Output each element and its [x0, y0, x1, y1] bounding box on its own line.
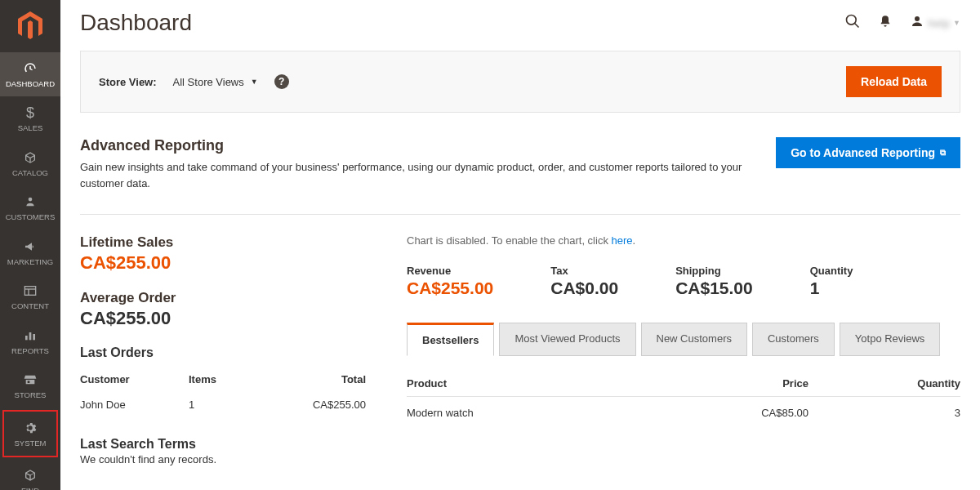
help-icon[interactable]: ? — [274, 74, 289, 89]
lifetime-sales-value: CA$255.00 — [80, 252, 366, 274]
svg-rect-5 — [29, 332, 32, 340]
tab-customers[interactable]: Customers — [752, 323, 835, 356]
sidebar-item-label: FIND PARTNERS & EXTENSIONS — [2, 487, 59, 490]
sidebar: DASHBOARD $ SALES CATALOG CUSTOMERS MARK… — [0, 0, 60, 490]
last-orders-table: Customer Items Total John Doe 1 CA$255.0… — [80, 368, 366, 419]
sidebar-item-label: SALES — [18, 124, 43, 132]
cube-icon — [24, 149, 37, 166]
lifetime-sales-label: Lifetime Sales — [80, 234, 366, 251]
store-view-select[interactable]: All Store Views ▼ — [173, 76, 258, 88]
col-quantity: Quantity — [808, 371, 960, 397]
svg-rect-4 — [25, 336, 28, 340]
svg-line-8 — [855, 23, 859, 27]
external-link-icon: ⧉ — [940, 148, 946, 158]
user-name: help — [928, 17, 950, 29]
col-total: Total — [249, 368, 366, 390]
chart-disabled-note: Chart is disabled. To enable the chart, … — [407, 234, 960, 247]
bars-icon — [24, 327, 37, 344]
user-menu[interactable]: help ▼ — [910, 14, 960, 33]
reload-data-button[interactable]: Reload Data — [846, 66, 942, 97]
svg-point-0 — [29, 198, 33, 202]
svg-point-9 — [915, 16, 920, 21]
sidebar-item-label: REPORTS — [11, 347, 49, 355]
sidebar-item-label: SYSTEM — [14, 439, 46, 448]
shipping-value: CA$15.00 — [675, 278, 753, 298]
store-view-label: Store View: — [99, 76, 157, 88]
svg-rect-6 — [33, 334, 35, 340]
average-order-label: Average Order — [80, 290, 366, 306]
storefront-icon — [24, 372, 37, 388]
svg-point-7 — [847, 15, 857, 24]
sidebar-item-label: CUSTOMERS — [6, 213, 56, 221]
dollar-icon: $ — [26, 105, 34, 121]
enable-chart-link[interactable]: here — [612, 234, 633, 247]
store-view-bar: Store View: All Store Views ▼ ? Reload D… — [80, 51, 960, 113]
col-price: Price — [642, 371, 808, 397]
sidebar-item-catalog[interactable]: CATALOG — [0, 141, 60, 185]
sidebar-item-marketing[interactable]: MARKETING — [0, 230, 60, 274]
package-icon — [24, 467, 37, 483]
chevron-down-icon: ▼ — [251, 78, 258, 86]
last-search-title: Last Search Terms — [80, 437, 366, 452]
layout-icon — [24, 283, 37, 299]
advanced-reporting-desc: Gain new insights and take command of yo… — [80, 159, 750, 191]
notifications-icon[interactable] — [879, 14, 892, 33]
revenue-value: CA$255.00 — [407, 278, 493, 298]
sidebar-item-label: MARKETING — [7, 258, 53, 266]
tax-value: CA$0.00 — [550, 278, 618, 298]
table-row[interactable]: John Doe 1 CA$255.00 — [80, 390, 366, 419]
sidebar-item-reports[interactable]: REPORTS — [0, 319, 60, 363]
advanced-reporting-button[interactable]: Go to Advanced Reporting ⧉ — [776, 137, 960, 168]
sidebar-item-label: CATALOG — [12, 169, 48, 177]
tab-yotpo[interactable]: Yotpo Reviews — [840, 323, 941, 356]
quantity-value: 1 — [810, 278, 853, 298]
col-items: Items — [189, 368, 249, 390]
person-icon — [24, 194, 36, 210]
megaphone-icon — [24, 238, 37, 255]
sidebar-item-label: CONTENT — [11, 302, 49, 310]
last-orders-title: Last Orders — [80, 345, 366, 360]
revenue-label: Revenue — [407, 265, 493, 277]
tab-new-customers[interactable]: New Customers — [641, 323, 747, 356]
chevron-down-icon: ▼ — [953, 19, 960, 27]
sidebar-item-content[interactable]: CONTENT — [0, 274, 60, 318]
tab-bestsellers[interactable]: Bestsellers — [407, 323, 494, 356]
tab-most-viewed[interactable]: Most Viewed Products — [499, 323, 635, 356]
average-order-value: CA$255.00 — [80, 308, 366, 329]
sidebar-item-label: STORES — [15, 391, 47, 399]
col-product: Product — [407, 371, 642, 397]
table-row[interactable]: Modern watch CA$85.00 3 — [407, 397, 960, 430]
svg-rect-1 — [24, 287, 35, 296]
col-customer: Customer — [80, 368, 189, 390]
magento-logo[interactable] — [0, 0, 60, 52]
search-icon[interactable] — [844, 13, 861, 33]
last-search-empty: We couldn't find any records. — [80, 453, 366, 466]
main-content: Dashboard help ▼ Store View: All Store V… — [60, 0, 980, 490]
bestsellers-table: Product Price Quantity Modern watch CA$8… — [407, 371, 960, 429]
sidebar-item-customers[interactable]: CUSTOMERS — [0, 185, 60, 229]
page-title: Dashboard — [80, 10, 192, 36]
shipping-label: Shipping — [675, 265, 753, 277]
sidebar-item-sales[interactable]: $ SALES — [0, 96, 60, 140]
sidebar-item-stores[interactable]: STORES — [0, 363, 60, 408]
quantity-label: Quantity — [810, 265, 853, 277]
advanced-reporting-title: Advanced Reporting — [80, 137, 750, 154]
dashboard-tabs: Bestsellers Most Viewed Products New Cus… — [407, 323, 960, 356]
dashboard-icon — [23, 60, 38, 77]
sidebar-item-system[interactable]: SYSTEM — [2, 410, 58, 457]
user-icon — [910, 14, 924, 33]
tax-label: Tax — [550, 265, 618, 277]
sidebar-item-dashboard[interactable]: DASHBOARD — [0, 52, 60, 96]
sidebar-item-label: DASHBOARD — [6, 80, 55, 88]
gear-icon — [24, 420, 37, 436]
sidebar-item-partners[interactable]: FIND PARTNERS & EXTENSIONS — [0, 459, 60, 490]
